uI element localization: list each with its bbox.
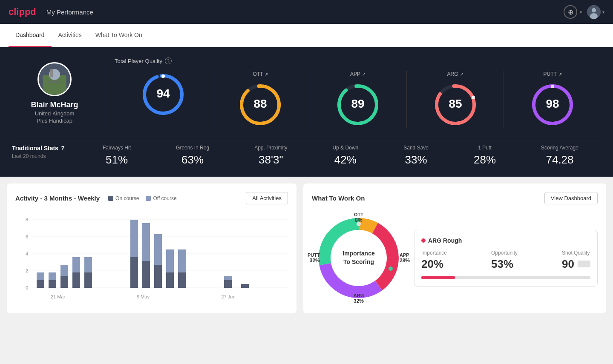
avatar-icon <box>587 5 601 19</box>
svg-text:Importance: Importance <box>342 250 375 257</box>
svg-rect-36 <box>37 280 44 288</box>
svg-point-1 <box>592 8 596 12</box>
app-header: clippd My Performance ⊕ ▾ ▾ <box>0 0 613 24</box>
svg-point-20 <box>472 96 475 99</box>
svg-rect-42 <box>72 272 80 288</box>
activity-chart-svg: 8 6 4 2 0 <box>15 211 288 305</box>
svg-rect-45 <box>84 257 92 272</box>
detail-card-title: ARG Rough <box>421 237 590 244</box>
putt-donut-label: PUTT 32% <box>308 252 320 264</box>
stat-proximity: App. Proximity 38'3" <box>254 145 287 166</box>
svg-rect-43 <box>72 257 80 272</box>
app-svg: 89 <box>334 81 381 128</box>
tab-activities[interactable]: Activities <box>52 24 89 47</box>
stat-updown: Up & Down 42% <box>333 145 359 166</box>
putt-svg: 98 <box>529 81 576 128</box>
svg-rect-39 <box>49 272 56 280</box>
arg-svg: 85 <box>432 81 479 128</box>
svg-point-9 <box>161 75 165 78</box>
detail-metrics: Importance 20% Opportunity 53% Shot Qual… <box>421 250 590 271</box>
legend-off-course: Off course <box>146 195 176 201</box>
stat-items: Fairways Hit 51% Greens In Reg 63% App. … <box>80 145 601 166</box>
svg-text:2: 2 <box>26 268 28 273</box>
gauge-ott: OTT ↗ 88 <box>212 71 310 128</box>
svg-rect-57 <box>224 276 232 280</box>
gauge-tpq: 94 <box>115 71 212 128</box>
shot-quality-indicator <box>578 261 590 267</box>
gauge-app: APP ↗ 89 <box>309 71 407 128</box>
svg-rect-47 <box>130 220 138 257</box>
app-arrow-icon: ↗ <box>362 72 365 77</box>
svg-point-67 <box>389 267 393 271</box>
stat-fairways: Fairways Hit 51% <box>103 145 131 166</box>
activity-panel: Activity - 3 Months - Weekly On course O… <box>7 183 296 313</box>
add-button[interactable]: ⊕ <box>564 5 577 19</box>
svg-text:9 May: 9 May <box>137 294 150 299</box>
detail-card: ARG Rough Importance 20% Opportunity 53%… <box>414 230 598 287</box>
stats-row: Traditional Stats ? Last 20 rounds Fairw… <box>12 137 601 166</box>
app-donut-label: APP 28% <box>400 252 410 264</box>
ott-donut-label: OTT 8% <box>354 212 363 223</box>
stat-1putt: 1 Putt 28% <box>474 145 496 166</box>
stats-info-icon[interactable]: ? <box>61 145 65 152</box>
svg-rect-41 <box>60 265 68 276</box>
header-left: clippd My Performance <box>9 6 93 17</box>
svg-rect-49 <box>142 223 150 261</box>
stat-fairways-name: Fairways Hit <box>103 145 131 151</box>
svg-text:21 Mar: 21 Mar <box>51 294 66 299</box>
svg-text:0: 0 <box>26 285 28 290</box>
stat-updown-name: Up & Down <box>333 145 359 151</box>
donut-container: Importance To Scoring OTT 8% APP 28% ARG… <box>312 211 406 305</box>
donut-svg: Importance To Scoring <box>312 211 406 305</box>
gauges-container: 94 OTT ↗ 88 <box>115 71 601 128</box>
quality-label: Total Player Quality ? <box>115 57 601 64</box>
svg-text:85: 85 <box>449 97 462 110</box>
work-on-panel-header: What To Work On View Dashboard <box>312 192 598 204</box>
chart-legend: On course Off course <box>108 195 177 201</box>
stat-proximity-name: App. Proximity <box>254 145 287 151</box>
stat-scoring: Scoring Average 74.28 <box>541 145 578 166</box>
all-activities-button[interactable]: All Activities <box>246 192 288 204</box>
svg-rect-51 <box>154 234 162 265</box>
svg-rect-50 <box>154 265 162 288</box>
activity-panel-header: Activity - 3 Months - Weekly On course O… <box>15 192 288 204</box>
svg-text:94: 94 <box>156 87 170 100</box>
quality-info-icon[interactable]: ? <box>165 57 172 64</box>
logo[interactable]: clippd <box>9 6 36 17</box>
svg-rect-54 <box>178 272 186 288</box>
importance-bar-fill <box>421 276 455 279</box>
stat-updown-value: 42% <box>334 153 357 166</box>
stat-fairways-value: 51% <box>106 153 128 166</box>
opportunity-metric: Opportunity 53% <box>491 250 518 271</box>
activity-title: Activity - 3 Months - Weekly <box>15 195 100 202</box>
plus-icon: ⊕ <box>568 8 573 16</box>
svg-text:98: 98 <box>546 97 559 110</box>
stat-sandsave-value: 33% <box>405 153 427 166</box>
stat-proximity-value: 38'3" <box>259 153 283 166</box>
svg-text:89: 89 <box>351 97 364 110</box>
add-chevron-icon: ▾ <box>580 10 582 14</box>
arg-arrow-icon: ↗ <box>460 72 463 77</box>
svg-rect-52 <box>166 272 174 288</box>
shot-quality-metric: Shot Quality 90 <box>562 250 590 271</box>
svg-point-24 <box>551 85 554 88</box>
tab-nav: Dashboard Activities What To Work On <box>0 24 613 47</box>
svg-text:6: 6 <box>26 234 28 239</box>
tab-dashboard[interactable]: Dashboard <box>9 24 52 47</box>
tpq-svg: 94 <box>140 71 187 118</box>
player-avatar <box>37 62 72 96</box>
user-avatar[interactable] <box>587 5 601 19</box>
svg-rect-56 <box>224 280 232 288</box>
stat-greens-name: Greens In Reg <box>176 145 209 151</box>
stats-label: Traditional Stats ? <box>12 145 80 152</box>
stat-1putt-name: 1 Putt <box>478 145 491 151</box>
legend-on-course: On course <box>108 195 139 201</box>
work-content: Importance To Scoring OTT 8% APP 28% ARG… <box>312 211 598 305</box>
svg-text:27 Jun: 27 Jun <box>221 294 235 299</box>
arg-label: ARG ↗ <box>447 71 463 77</box>
tab-what-to-work-on[interactable]: What To Work On <box>89 24 149 47</box>
view-dashboard-button[interactable]: View Dashboard <box>544 192 598 204</box>
stat-sandsave: Sand Save 33% <box>403 145 429 166</box>
stat-1putt-value: 28% <box>474 153 496 166</box>
on-course-dot <box>108 196 113 201</box>
